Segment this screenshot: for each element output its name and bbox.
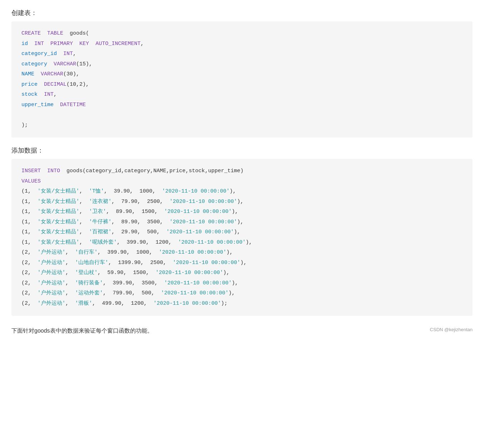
section-heading-create: 创建表： — [11, 9, 473, 17]
section-create: 创建表： CREATE TABLE goods( id INT PRIMARY … — [11, 9, 473, 138]
section-heading-insert: 添加数据： — [11, 146, 473, 155]
csdn-watermark: CSDN @kejizhentan — [430, 327, 473, 332]
footer: 下面针对goods表中的数据来验证每个窗口函数的功能。 CSDN @kejizh… — [11, 324, 473, 335]
section-insert: 添加数据： INSERT INTO goods(category_id,cate… — [11, 146, 473, 316]
code-block-insert: INSERT INTO goods(category_id,category,N… — [11, 159, 473, 316]
footer-text: 下面针对goods表中的数据来验证每个窗口函数的功能。 — [11, 327, 153, 335]
code-block-create: CREATE TABLE goods( id INT PRIMARY KEY A… — [11, 21, 473, 138]
